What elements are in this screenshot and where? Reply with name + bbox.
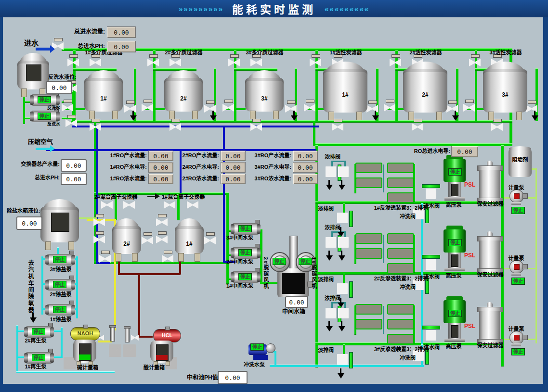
valve-icon[interactable]: [326, 308, 336, 318]
valve-icon[interactable]: [337, 283, 348, 294]
limit-switch: [349, 281, 353, 298]
dosing-pump[interactable]: [509, 190, 528, 206]
stop-button[interactable]: 停止: [32, 354, 45, 361]
valve-icon[interactable]: [156, 218, 168, 226]
valve-icon[interactable]: [426, 259, 436, 270]
valve-icon[interactable]: [390, 59, 401, 66]
stop-button[interactable]: 停止: [511, 207, 525, 214]
flow-arrow-down-icon: [532, 111, 538, 121]
stop-button[interactable]: 停止: [299, 258, 312, 265]
arrow-head: [210, 115, 217, 121]
pump-cap: [231, 272, 235, 282]
pump-cap: [24, 327, 28, 337]
vessel-tank: 2#: [403, 62, 447, 120]
valve-icon[interactable]: [90, 59, 101, 66]
dosing-pump[interactable]: [509, 331, 528, 347]
valve-icon[interactable]: [222, 104, 234, 112]
valve-icon[interactable]: [326, 237, 336, 248]
valve-icon[interactable]: [67, 59, 79, 66]
stop-button[interactable]: 停止: [53, 256, 66, 263]
valve-icon[interactable]: [337, 354, 348, 365]
valve-icon[interactable]: [469, 59, 481, 66]
label: RO总进水电导:: [406, 148, 450, 154]
valve-icon[interactable]: [204, 237, 216, 244]
valve-icon[interactable]: [326, 166, 336, 177]
stop-button[interactable]: 停止: [273, 258, 286, 265]
pump-cap: [71, 305, 75, 315]
valve-icon[interactable]: [170, 123, 181, 131]
valve-icon[interactable]: [228, 59, 240, 66]
hp-pump-name: 高压泵: [440, 202, 467, 208]
high-pressure-pump[interactable]: [444, 299, 466, 343]
valve-icon[interactable]: [131, 335, 139, 341]
stop-button[interactable]: 停止: [53, 306, 66, 313]
valve-icon[interactable]: [164, 201, 175, 209]
valve-icon[interactable]: [491, 123, 503, 131]
stop-button[interactable]: 停止: [238, 273, 252, 280]
stop-button[interactable]: 停止: [511, 278, 525, 285]
dosing-pump[interactable]: [509, 260, 528, 277]
tank-leg: [68, 241, 74, 250]
valve-icon[interactable]: [304, 104, 315, 112]
stop-button[interactable]: 停止: [511, 348, 525, 355]
valve-icon[interactable]: [338, 166, 349, 177]
pump-cap: [257, 248, 261, 258]
arrow-head: [50, 145, 55, 152]
valve-icon[interactable]: [332, 123, 343, 131]
valve-icon[interactable]: [156, 236, 168, 243]
valve-icon[interactable]: [412, 123, 423, 131]
high-pressure-pump[interactable]: [444, 228, 466, 273]
valve-icon[interactable]: [250, 59, 262, 66]
valve-body: [156, 218, 168, 226]
valve-icon[interactable]: [90, 123, 101, 131]
dose-center: [514, 264, 520, 270]
valve-icon[interactable]: [426, 189, 436, 199]
valve-icon[interactable]: [338, 237, 349, 248]
valve-icon[interactable]: [463, 104, 475, 112]
valve-icon[interactable]: [337, 213, 348, 223]
valve-icon[interactable]: [310, 59, 321, 66]
valve-icon[interactable]: [250, 123, 262, 131]
valve-icon[interactable]: [99, 255, 111, 263]
valve-icon[interactable]: [170, 59, 181, 66]
limit-switch: [349, 211, 353, 227]
stop-button[interactable]: 停止: [38, 96, 51, 103]
valve-icon[interactable]: [147, 59, 159, 66]
valve-icon[interactable]: [142, 104, 153, 112]
ro-membrane: [355, 163, 382, 173]
stop-button[interactable]: 停止: [53, 281, 66, 288]
pipe: [383, 235, 384, 263]
stop-button[interactable]: 停止: [38, 113, 51, 120]
valve-icon[interactable]: [93, 236, 105, 243]
high-pressure-pump[interactable]: [444, 158, 466, 202]
stop-button[interactable]: 停止: [448, 239, 462, 246]
naoh-tank: NAOH: [70, 327, 100, 341]
valve-icon[interactable]: [93, 218, 105, 226]
stop-button[interactable]: 停止: [250, 343, 264, 351]
limit-switch: [349, 352, 353, 368]
valve-icon[interactable]: [338, 308, 349, 318]
ro-membrane: [387, 334, 414, 344]
vessel-tank: 2#: [112, 218, 141, 262]
tank-window: [26, 64, 41, 81]
label: 1#RO产水电导:: [98, 164, 147, 170]
stop-button[interactable]: 停止: [448, 168, 462, 176]
valve-icon[interactable]: [384, 104, 395, 112]
label: 酸计量箱: [144, 365, 165, 370]
value-display: 0.00: [285, 296, 308, 308]
stop-button[interactable]: 停止: [32, 328, 45, 335]
valve-icon[interactable]: [65, 119, 77, 127]
valve-icon[interactable]: [187, 201, 198, 209]
filter-body: [479, 170, 500, 198]
valve-handle: [95, 231, 104, 235]
stop-button[interactable]: 停止: [448, 310, 462, 317]
valve-icon[interactable]: [142, 237, 153, 244]
valve-icon[interactable]: [162, 255, 173, 263]
valve-icon[interactable]: [101, 201, 113, 209]
valve-icon[interactable]: [123, 201, 135, 209]
valve-body: [131, 335, 139, 341]
valve-icon[interactable]: [62, 104, 73, 112]
valve-icon[interactable]: [426, 330, 436, 341]
stop-button[interactable]: 停止: [238, 225, 252, 232]
stop-button[interactable]: 停止: [238, 249, 252, 256]
